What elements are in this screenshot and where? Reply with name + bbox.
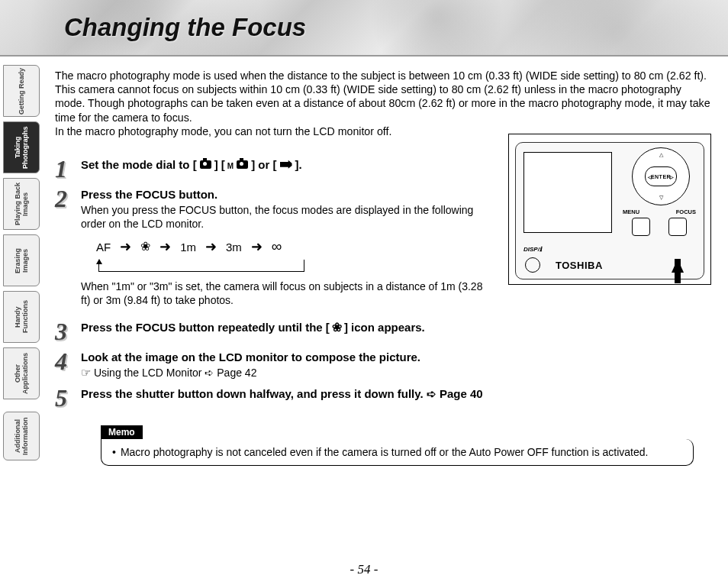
step-number-3: 3 bbox=[55, 321, 81, 343]
camera-body: △ ▽ ENTER MENU FOCUS DISP/ℹ TOSHIBA bbox=[515, 142, 704, 279]
page-title: Changing the Focus bbox=[64, 13, 306, 42]
step-3-title: Press the FOCUS button repeatedly until … bbox=[81, 321, 705, 334]
step-number-2: 2 bbox=[55, 188, 81, 308]
menu-label: MENU bbox=[623, 208, 639, 215]
step-number-1: 1 bbox=[55, 158, 81, 180]
button-labels: MENU FOCUS bbox=[623, 208, 696, 215]
memo-content: • Macro photography is not canceled even… bbox=[101, 439, 694, 466]
tab-other-applications[interactable]: Other Applications bbox=[3, 347, 40, 399]
enter-button: ENTER bbox=[645, 166, 677, 186]
loop-back-arrow bbox=[98, 260, 304, 272]
tab-taking-photographs[interactable]: Taking Photographs bbox=[3, 121, 40, 173]
memo-box: Memo • Macro photography is not canceled… bbox=[101, 425, 694, 466]
dpad-up-icon: △ bbox=[659, 152, 663, 158]
focus-button bbox=[668, 218, 687, 236]
camera-icon bbox=[200, 160, 211, 169]
focus-mode-flow: AF ➜ ❀ ➜ 1m ➜ 3m ➜ ∞ bbox=[96, 238, 493, 255]
focus-infinity: ∞ bbox=[272, 238, 282, 255]
step-2-text1: When you press the FOCUS button, the foc… bbox=[81, 203, 493, 231]
tab-handy-functions[interactable]: Handy Functions bbox=[3, 291, 40, 343]
arrow-icon: ➜ bbox=[120, 238, 131, 255]
tab-additional-information[interactable]: Additional Information bbox=[3, 412, 40, 460]
brand-label: TOSHIBA bbox=[556, 260, 603, 271]
step-4-link: ☞ Using the LCD Monitor ➪ Page 42 bbox=[81, 366, 705, 380]
dpad-ring: △ ▽ ENTER bbox=[632, 147, 690, 205]
intro-text: The macro photography mode is used when … bbox=[55, 69, 713, 138]
video-icon bbox=[280, 160, 292, 169]
memo-label: Memo bbox=[101, 425, 143, 439]
page-header: Changing the Focus bbox=[0, 0, 728, 57]
tab-playing-back-images[interactable]: Playing Back Images bbox=[3, 178, 40, 230]
step-2-text2: When "1m" or "3m" is set, the camera wil… bbox=[81, 279, 493, 307]
dpad-down-icon: ▽ bbox=[659, 195, 663, 201]
focus-label: FOCUS bbox=[676, 208, 696, 215]
arrow-icon: ➜ bbox=[251, 238, 263, 255]
m-label: M bbox=[227, 162, 234, 170]
lcd-screen bbox=[523, 152, 612, 233]
step-5-title: Press the shutter button down halfway, a… bbox=[81, 387, 705, 401]
step-3: 3 Press the FOCUS button repeatedly unti… bbox=[55, 321, 713, 343]
bullet-icon: • bbox=[112, 445, 116, 459]
camera-diagram: △ ▽ ENTER MENU FOCUS DISP/ℹ TOSHIBA bbox=[508, 134, 711, 285]
page-number: - 54 - bbox=[350, 562, 378, 577]
focus-3m: 3m bbox=[226, 241, 242, 254]
step-number-5: 5 bbox=[55, 387, 81, 409]
step-number-4: 4 bbox=[55, 351, 81, 380]
tab-getting-ready[interactable]: Getting Ready bbox=[3, 65, 40, 117]
step-4-title: Look at the image on the LCD monitor to … bbox=[81, 351, 705, 363]
focus-af: AF bbox=[96, 241, 111, 254]
tab-erasing-images[interactable]: Erasing Images bbox=[3, 234, 40, 286]
focus-arrow-icon bbox=[672, 259, 684, 273]
sidebar-tabs: Getting Ready Taking Photographs Playing… bbox=[3, 65, 43, 465]
focus-1m: 1m bbox=[180, 241, 196, 254]
disp-button bbox=[525, 257, 540, 273]
camera-m-icon bbox=[237, 160, 248, 169]
pointer-icon: ☞ bbox=[81, 366, 91, 379]
step-2-title: Press the FOCUS button. bbox=[81, 188, 493, 201]
step-4: 4 Look at the image on the LCD monitor t… bbox=[55, 351, 713, 380]
menu-button bbox=[632, 218, 650, 236]
memo-text: Macro photography is not canceled even i… bbox=[121, 445, 649, 459]
arrow-icon: ➜ bbox=[205, 238, 217, 255]
flower-icon: ❀ bbox=[332, 321, 342, 334]
step-5: 5 Press the shutter button down halfway,… bbox=[55, 387, 713, 409]
flower-icon: ❀ bbox=[140, 241, 150, 253]
arrow-icon: ➜ bbox=[159, 238, 171, 255]
disp-label: DISP/ℹ bbox=[523, 246, 542, 253]
